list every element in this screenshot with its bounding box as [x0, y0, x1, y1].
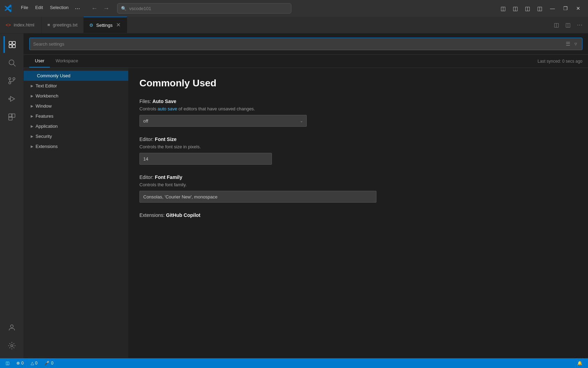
- tab-label: index.html: [14, 22, 34, 28]
- auto-save-desc-plain: Controls: [139, 106, 158, 111]
- vscode-logo: [4, 4, 13, 13]
- auto-save-label-prefix: Files:: [139, 99, 152, 104]
- nav-application[interactable]: ▶ Application: [24, 121, 128, 131]
- open-editors-button[interactable]: ◫: [552, 20, 561, 30]
- tab-close-button[interactable]: ✕: [115, 22, 121, 29]
- activity-source-control[interactable]: [3, 72, 20, 89]
- font-size-description: Controls the font size in pixels.: [139, 144, 573, 149]
- remote-icon: ◫: [6, 361, 9, 366]
- activity-search[interactable]: [3, 54, 20, 71]
- content-area: ☰ ▿ User Workspace Last synced: 0 secs a…: [24, 33, 588, 358]
- toggle-panel[interactable]: ◫: [510, 4, 521, 13]
- chevron-right-icon: ▶: [31, 114, 33, 118]
- nav-extensions-label: Extensions: [36, 144, 58, 149]
- auto-save-select-wrap: off afterDelay onFocusChange onWindowCha…: [139, 115, 307, 127]
- tab-user[interactable]: User: [29, 55, 50, 68]
- tab-label: Settings: [96, 23, 113, 28]
- menu-selection[interactable]: Selection: [47, 3, 71, 14]
- customize-layout[interactable]: ◫: [534, 4, 545, 13]
- font-family-input[interactable]: [139, 191, 376, 203]
- svg-point-15: [10, 325, 13, 328]
- nav-security-label: Security: [36, 134, 52, 139]
- chevron-right-icon: ▶: [31, 124, 33, 128]
- nav-features[interactable]: ▶ Features: [24, 111, 128, 121]
- nav-commonly-used[interactable]: Commonly Used: [24, 71, 128, 81]
- setting-font-size: Editor: Font Size Controls the font size…: [139, 136, 573, 165]
- warning-count: 0: [35, 361, 38, 366]
- titlebar-search[interactable]: 🔍 vscode101: [117, 3, 291, 14]
- activity-bottom: [3, 319, 20, 358]
- statusbar-bell[interactable]: 🔔: [576, 360, 584, 366]
- font-size-label: Editor: Font Size: [139, 136, 573, 142]
- back-button[interactable]: ←: [89, 3, 100, 14]
- nav-workbench[interactable]: ▶ Workbench: [24, 91, 128, 101]
- tab-workspace[interactable]: Workspace: [50, 55, 84, 68]
- tab-label: greetings.txt: [53, 22, 78, 28]
- tab-index-html[interactable]: <> index.html: [0, 17, 42, 33]
- font-family-label-prefix: Editor:: [139, 174, 155, 180]
- setting-font-family: Editor: Font Family Controls the font fa…: [139, 174, 573, 203]
- statusbar-warnings[interactable]: △ 0: [29, 360, 39, 366]
- statusbar-remote[interactable]: ◫: [4, 360, 11, 366]
- tab-settings[interactable]: ⚙ Settings ✕: [84, 17, 127, 33]
- font-family-label-bold: Font Family: [155, 174, 182, 180]
- search-sort-button[interactable]: ☰: [564, 40, 572, 48]
- svg-line-5: [13, 64, 15, 66]
- close-button[interactable]: ✕: [573, 4, 584, 13]
- mic-count: 0: [51, 361, 53, 366]
- nav-workbench-label: Workbench: [36, 93, 59, 99]
- toggle-primary-sidebar[interactable]: ◫: [498, 4, 509, 13]
- activity-account[interactable]: [3, 319, 20, 336]
- statusbar-mic[interactable]: 🎤 0: [43, 360, 55, 366]
- chevron-right-icon: ▶: [31, 134, 33, 138]
- svg-rect-0: [9, 41, 12, 44]
- titlebar-nav: ← →: [89, 3, 112, 14]
- font-size-label-prefix: Editor:: [139, 136, 155, 142]
- font-size-label-bold: Font Size: [155, 136, 176, 142]
- tab-right-actions: ◫ ◫ ⋯: [552, 17, 588, 33]
- activity-settings[interactable]: [3, 337, 20, 354]
- settings-scrollbar[interactable]: [585, 68, 588, 358]
- activity-explorer[interactable]: [3, 36, 20, 53]
- nav-text-editor[interactable]: ▶ Text Editor: [24, 81, 128, 91]
- minimize-button[interactable]: —: [547, 4, 558, 13]
- font-family-desc-plain: Controls the font family.: [139, 182, 187, 187]
- search-input-wrap: ☰ ▿: [29, 38, 582, 50]
- svg-rect-2: [13, 41, 15, 44]
- menu-more[interactable]: ···: [73, 3, 82, 14]
- nav-window[interactable]: ▶ Window: [24, 101, 128, 111]
- titlebar: File Edit Selection ··· ← → 🔍 vscode101 …: [0, 0, 588, 17]
- activity-run-debug[interactable]: [3, 91, 20, 107]
- font-size-desc-plain: Controls the font size in pixels.: [139, 144, 201, 149]
- search-actions: ☰ ▿: [564, 40, 579, 48]
- auto-save-select[interactable]: off afterDelay onFocusChange onWindowCha…: [139, 115, 307, 127]
- tab-greetings-txt[interactable]: ≡ greetings.txt: [42, 17, 84, 33]
- search-settings-input[interactable]: [33, 41, 562, 47]
- split-editor-button[interactable]: ◫: [563, 20, 573, 30]
- nav-extensions[interactable]: ▶ Extensions: [24, 141, 128, 151]
- auto-save-label: Files: Auto Save: [139, 99, 573, 104]
- activity-extensions[interactable]: [3, 109, 20, 125]
- github-copilot-label-bold: GitHub Copilot: [166, 212, 200, 218]
- menu-edit[interactable]: Edit: [32, 3, 46, 14]
- menu-file[interactable]: File: [18, 3, 31, 14]
- restore-button[interactable]: ❐: [560, 4, 571, 13]
- font-size-input[interactable]: [139, 153, 272, 165]
- search-filter-button[interactable]: ▿: [573, 40, 579, 48]
- statusbar-errors[interactable]: ⊗ 0: [15, 360, 25, 366]
- svg-point-6: [9, 78, 11, 80]
- setting-auto-save: Files: Auto Save Controls auto save of e…: [139, 99, 573, 127]
- nav-commonly-used-label: Commonly Used: [37, 73, 70, 78]
- auto-save-link[interactable]: auto save: [158, 106, 177, 111]
- settings-tab-icon: ⚙: [89, 23, 93, 28]
- nav-security[interactable]: ▶ Security: [24, 131, 128, 141]
- forward-button[interactable]: →: [101, 3, 112, 14]
- toggle-secondary-sidebar[interactable]: ◫: [522, 4, 533, 13]
- settings-content: Commonly Used Files: Auto Save Controls …: [128, 68, 585, 358]
- more-actions-button[interactable]: ⋯: [575, 20, 585, 30]
- txt-icon: ≡: [47, 22, 50, 28]
- tabbar: <> index.html ≡ greetings.txt ⚙ Settings…: [0, 17, 588, 33]
- nav-text-editor-label: Text Editor: [36, 83, 57, 88]
- svg-point-4: [9, 60, 14, 65]
- nav-application-label: Application: [36, 124, 58, 129]
